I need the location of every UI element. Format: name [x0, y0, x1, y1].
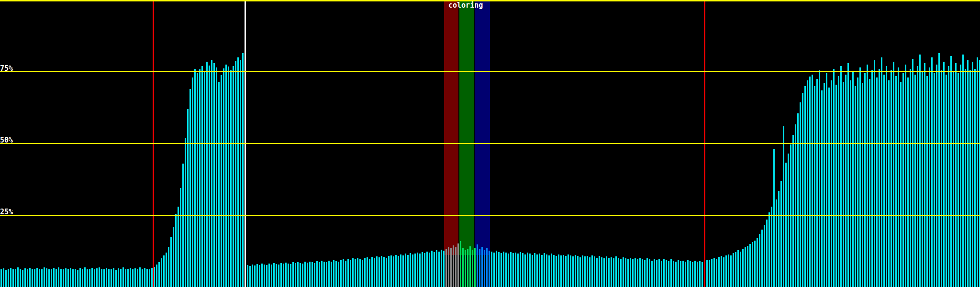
gridline-25 [0, 215, 980, 216]
coloring-label: coloring [448, 2, 483, 9]
histogram-chart: 75% 50% 25% coloring [0, 0, 980, 287]
gridline-50 [0, 143, 980, 144]
gridline-75 [0, 71, 980, 72]
y-axis-label-50: 50% [0, 137, 13, 144]
y-axis-label-25: 25% [0, 209, 13, 215]
y-axis-label-75: 75% [0, 65, 13, 72]
gridlines-layer [0, 0, 980, 287]
top-border [0, 0, 980, 1]
